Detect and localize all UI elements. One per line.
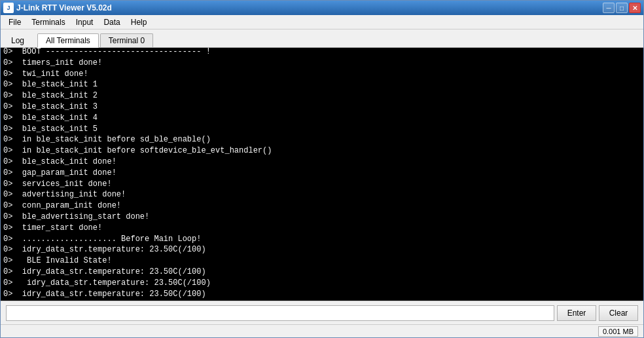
terminal-line: 0> ble_stack_init 2 [3,90,641,102]
terminal-line: 0> idry_data_str.temperature: 23.50C(/10… [3,267,641,278]
terminal-line: 0> idry_data_str.temperature: 23.50C(/10… [3,278,641,289]
terminal-line: 0> ble_stack_init 1 [3,79,641,90]
terminal-line: 0> in ble_stack_init before softdevice_b… [3,145,641,157]
bottom-bar: Enter Clear [1,301,643,324]
terminal-line: 0> .................... Before Main Loop… [3,234,641,245]
terminal-line: 0> ble_stack_init 4 [3,113,641,124]
titlebar-controls: ─ □ ✕ [603,3,641,13]
terminal-line: 0> in ble_stack_init before sd_ble_enabl… [3,134,641,145]
terminal-line: 0> idry_data_str.temperature: 23.50C(/10… [3,289,641,300]
terminal-line: 0> ble_stack_init done! [3,157,641,168]
menu-help[interactable]: Help [126,16,152,28]
terminal-line: 0> conn_param_init done! [3,200,641,212]
terminal-line: 0> timer_start done! [3,223,641,234]
tabbar: Log All Terminals Terminal 0 [1,29,643,48]
close-button[interactable]: ✕ [629,3,641,13]
main-window: J J-Link RTT Viewer V5.02d ─ □ ✕ File Te… [0,0,644,338]
terminal-line: 0> ble_advertising_start done! [3,212,641,223]
enter-button[interactable]: Enter [557,305,596,321]
tab-log[interactable]: Log [3,34,32,47]
menubar: File Terminals Input Data Help [1,15,643,29]
minimize-button[interactable]: ─ [603,3,615,13]
terminal-line: 0> ble_stack_init 5 [3,124,641,135]
menu-input[interactable]: Input [71,16,99,28]
clear-button[interactable]: Clear [599,305,638,321]
titlebar-left: J J-Link RTT Viewer V5.02d [3,3,112,13]
terminal-line: 0> services_init done! [3,179,641,190]
command-input[interactable] [6,305,554,321]
status-bar: 0.001 MB [1,324,643,337]
terminal-line: 0> advertising_init done! [3,189,641,200]
terminal-line: 0> gap_param_init done! [3,168,641,179]
app-icon: J [3,3,14,13]
titlebar: J J-Link RTT Viewer V5.02d ─ □ ✕ [1,1,643,15]
terminal-line: 0> twi_init done! [3,69,641,80]
tab-all-terminals[interactable]: All Terminals [37,33,99,48]
terminal-line: 0> BLE Invalid State! [3,255,641,267]
memory-size: 0.001 MB [598,326,638,337]
menu-terminals[interactable]: Terminals [26,16,70,28]
maximize-button[interactable]: □ [616,3,628,13]
terminal-line: 0> idry_data_str.temperature: 23.50C(/10… [3,244,641,255]
main-content: 0> BOOT --------------------------------… [1,48,643,301]
window-title: J-Link RTT Viewer V5.02d [16,3,112,12]
tab-terminal0[interactable]: Terminal 0 [100,33,153,47]
menu-data[interactable]: Data [98,16,125,28]
menu-file[interactable]: File [3,16,26,28]
terminal-line: 0> BOOT --------------------------------… [3,48,641,58]
terminal-line: 0> timers_init done! [3,58,641,69]
terminal-line: 0> ble_stack_init 3 [3,102,641,113]
terminal-output[interactable]: 0> BOOT --------------------------------… [1,48,643,301]
